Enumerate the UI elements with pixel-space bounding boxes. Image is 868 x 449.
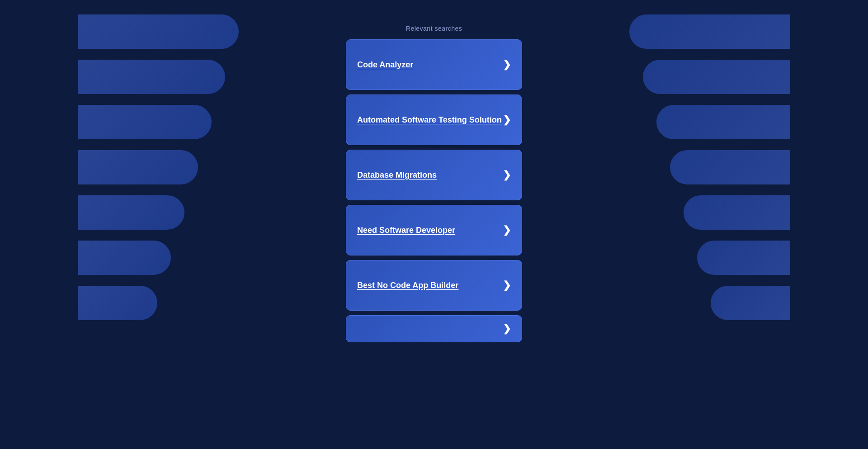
search-list: Code Analyzer ❯ Automated Software Testi… xyxy=(346,39,522,342)
search-item-no-code-app-builder[interactable]: Best No Code App Builder ❯ xyxy=(346,260,522,311)
section-label: Relevant searches xyxy=(406,25,462,32)
search-item-database-migrations[interactable]: Database Migrations ❯ xyxy=(346,150,522,200)
chevron-right-icon: ❯ xyxy=(503,323,511,335)
search-item-label-automated-testing: Automated Software Testing Solution xyxy=(357,115,502,125)
search-item-need-software-developer[interactable]: Need Software Developer ❯ xyxy=(346,205,522,255)
chevron-right-icon: ❯ xyxy=(503,169,511,181)
search-item-label-no-code-app-builder: Best No Code App Builder xyxy=(357,281,458,290)
chevron-right-icon: ❯ xyxy=(503,59,511,71)
search-item-label-code-analyzer: Code Analyzer xyxy=(357,60,413,70)
search-item-automated-testing[interactable]: Automated Software Testing Solution ❯ xyxy=(346,95,522,145)
chevron-right-icon: ❯ xyxy=(503,224,511,236)
search-item-code-analyzer[interactable]: Code Analyzer ❯ xyxy=(346,39,522,90)
chevron-right-icon: ❯ xyxy=(503,114,511,126)
main-content: Relevant searches Code Analyzer ❯ Automa… xyxy=(0,0,868,342)
search-item-partial[interactable]: ❯ xyxy=(346,315,522,342)
search-item-label-database-migrations: Database Migrations xyxy=(357,170,437,180)
search-item-label-need-software-developer: Need Software Developer xyxy=(357,226,455,235)
chevron-right-icon: ❯ xyxy=(503,279,511,291)
